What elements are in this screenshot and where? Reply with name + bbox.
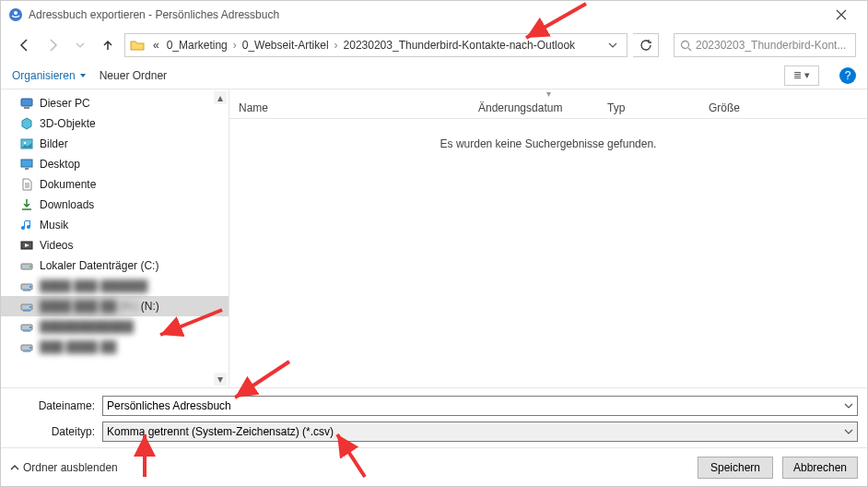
organize-menu[interactable]: Organisieren [12, 69, 87, 82]
chevron-right-icon: › [231, 39, 239, 52]
svg-point-2 [682, 41, 689, 48]
tree-scroll-down[interactable]: ▾ [214, 373, 227, 386]
column-resize-grip[interactable]: ▾ [229, 89, 867, 97]
netdrive-icon [19, 279, 34, 293]
pictures-icon [19, 137, 34, 151]
tree-item-drive[interactable]: Lokaler Datenträger (C:) [1, 255, 229, 276]
tree-item-label: ████ ███ ██ (N:) (N:) [40, 300, 159, 313]
docs-icon [19, 177, 34, 192]
svg-point-15 [29, 306, 31, 308]
filename-value: Persönliches Adressbuch [107, 399, 844, 412]
svg-point-13 [29, 286, 31, 288]
filetype-label: Dateityp: [10, 425, 102, 438]
nav-up-button[interactable] [97, 34, 119, 56]
search-icon [680, 40, 692, 52]
breadcrumb-item-2[interactable]: 20230203_Thunderbird-Kontakte-nach-Outlo… [340, 34, 580, 56]
tree-item-netdrive[interactable]: ███ ████ ██ [1, 337, 229, 357]
hide-folders-button[interactable]: Ordner ausblenden [10, 461, 118, 474]
breadcrumb-item-0[interactable]: 0_Marketing [163, 34, 231, 56]
svg-rect-4 [24, 107, 29, 109]
tree-item-docs[interactable]: Dokumente [1, 174, 229, 195]
search-placeholder: 20230203_Thunderbird-Kont... [696, 39, 850, 52]
netdrive-icon [19, 299, 34, 314]
breadcrumb-dropdown[interactable] [603, 41, 623, 50]
view-options-button[interactable]: ≣ ▾ [784, 65, 819, 86]
drive-icon [19, 258, 34, 273]
tree-item-pc[interactable]: Dieser PC [1, 93, 229, 113]
svg-rect-7 [21, 160, 32, 167]
tree-item-label: Dieser PC [40, 97, 90, 110]
dropdown-icon[interactable] [844, 401, 853, 410]
tree-item-label: 3D-Objekte [40, 117, 96, 130]
tree-item-cube[interactable]: 3D-Objekte [1, 113, 229, 134]
pc-icon [19, 96, 34, 111]
svg-point-1 [14, 11, 18, 15]
window-title: Adressbuch exportieren - Persönliches Ad… [29, 8, 823, 21]
empty-results-text: Es wurden keine Suchergebnisse gefunden. [229, 119, 867, 387]
svg-point-17 [29, 327, 31, 328]
svg-rect-3 [21, 99, 32, 106]
tree-item-music[interactable]: Musik [1, 215, 229, 235]
save-button[interactable]: Speichern [698, 457, 773, 479]
dropdown-icon[interactable] [844, 427, 853, 436]
svg-point-11 [29, 266, 31, 267]
refresh-button[interactable] [633, 33, 659, 57]
tree-item-desktop[interactable]: Desktop [1, 154, 229, 174]
music-icon [19, 218, 34, 232]
filetype-value: Komma getrennt (System-Zeichensatz) (*.c… [107, 425, 844, 438]
netdrive-icon [19, 319, 34, 334]
column-type[interactable]: Typ [598, 97, 699, 118]
download-icon [19, 197, 34, 212]
folder-tree[interactable]: ▴ ▾ Dieser PC3D-ObjekteBilderDesktopDoku… [1, 89, 229, 387]
tree-item-label: Videos [40, 239, 73, 252]
chevron-right-icon: › [333, 39, 340, 52]
cube-icon [19, 116, 34, 131]
help-button[interactable]: ? [839, 67, 856, 84]
folder-icon [129, 37, 146, 53]
tree-item-label: ████████████ [40, 320, 134, 333]
tree-scroll-up[interactable]: ▴ [214, 91, 227, 104]
tree-item-pictures[interactable]: Bilder [1, 134, 229, 154]
cancel-button[interactable]: Abbrechen [782, 457, 858, 479]
breadcrumb[interactable]: « 0_Marketing › 0_Webseit-Artikel › 2023… [124, 33, 628, 57]
tree-item-label: Desktop [40, 158, 80, 171]
filetype-select[interactable]: Komma getrennt (System-Zeichensatz) (*.c… [102, 422, 858, 442]
tree-item-label: Musik [40, 219, 68, 232]
svg-point-19 [29, 347, 31, 349]
breadcrumb-root-chevrons[interactable]: « [149, 34, 163, 56]
column-headers[interactable]: Name Änderungsdatum Typ Größe [229, 97, 867, 119]
tree-item-label: Downloads [40, 198, 94, 211]
tree-item-label: Lokaler Datenträger (C:) [40, 259, 158, 272]
tree-item-netdrive[interactable]: ████████████ [1, 316, 229, 337]
tree-item-download[interactable]: Downloads [1, 195, 229, 215]
breadcrumb-item-1[interactable]: 0_Webseit-Artikel [239, 34, 333, 56]
column-name[interactable]: Name [229, 97, 469, 118]
search-input[interactable]: 20230203_Thunderbird-Kont... [674, 33, 856, 57]
desktop-icon [19, 157, 34, 172]
nav-recent-dropdown[interactable] [69, 34, 91, 56]
caret-down-icon [79, 72, 87, 79]
nav-forward-button[interactable] [41, 34, 64, 56]
chevron-up-icon [10, 463, 19, 472]
close-button[interactable] [823, 1, 860, 29]
filename-input[interactable]: Persönliches Adressbuch [102, 396, 858, 416]
tree-item-label: Dokumente [40, 178, 96, 191]
tree-item-videos[interactable]: Videos [1, 235, 229, 255]
filename-label: Dateiname: [10, 399, 102, 412]
tree-item-label: ████ ███ ██████ [40, 279, 147, 292]
netdrive-icon [19, 339, 34, 354]
tree-item-netdrive[interactable]: ████ ███ ██████ [1, 276, 229, 296]
svg-rect-8 [25, 168, 29, 170]
column-size[interactable]: Größe [699, 97, 773, 118]
nav-back-button[interactable] [14, 34, 36, 56]
column-modified[interactable]: Änderungsdatum [469, 97, 598, 118]
app-icon [8, 7, 23, 22]
tree-item-label: Bilder [40, 137, 68, 150]
videos-icon [19, 238, 34, 253]
tree-item-label: ███ ████ ██ [40, 340, 116, 353]
svg-point-6 [24, 142, 26, 144]
tree-item-netdrive[interactable]: ████ ███ ██ (N:) (N:) [1, 296, 229, 316]
new-folder-button[interactable]: Neuer Ordner [100, 69, 167, 82]
